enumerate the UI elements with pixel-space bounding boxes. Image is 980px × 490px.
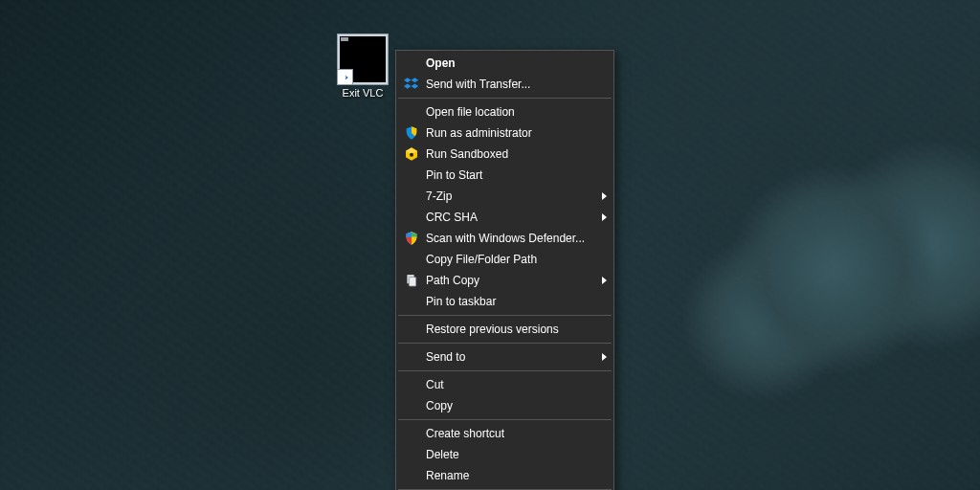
menu-item-label: Send to (426, 350, 465, 364)
menu-pin-to-taskbar[interactable]: Pin to taskbar (397, 291, 612, 312)
defender-shield-icon (402, 228, 421, 249)
menu-item-label: Rename (426, 469, 469, 482)
menu-path-copy[interactable]: Path Copy (397, 270, 612, 291)
menu-item-label: Pin to taskbar (426, 295, 496, 308)
menu-item-label: Open file location (426, 105, 515, 119)
menu-cut[interactable]: Cut (397, 374, 612, 395)
menu-rename[interactable]: Rename (397, 465, 612, 486)
menu-open[interactable]: Open (397, 53, 612, 74)
menu-item-label: 7-Zip (426, 189, 452, 203)
menu-separator (398, 98, 612, 99)
menu-item-label: Send with Transfer... (426, 78, 530, 91)
menu-item-label: Delete (426, 448, 459, 461)
context-menu: Open Send with Transfer... Open file loc… (395, 50, 614, 490)
path-copy-icon (402, 270, 421, 291)
menu-item-label: Create shortcut (426, 427, 504, 440)
menu-crc-sha[interactable]: CRC SHA (397, 207, 612, 228)
svg-point-0 (410, 153, 413, 157)
menu-copy-file-folder-path[interactable]: Copy File/Folder Path (397, 249, 612, 270)
svg-rect-2 (409, 278, 415, 286)
menu-item-label: Open (426, 56, 456, 70)
menu-item-label: Run Sandboxed (426, 147, 508, 161)
menu-7zip[interactable]: 7-Zip (397, 186, 612, 207)
menu-item-label: Copy File/Folder Path (426, 253, 537, 266)
menu-scan-defender[interactable]: Scan with Windows Defender... (397, 228, 612, 249)
menu-item-label: Restore previous versions (426, 323, 559, 336)
desktop[interactable]: Exit VLC Open Send with Transfer... Open… (0, 0, 980, 490)
menu-item-label: Copy (426, 399, 453, 412)
menu-item-label: Run as administrator (426, 126, 532, 140)
desktop-shortcut-exit-vlc[interactable]: Exit VLC (333, 33, 392, 99)
submenu-arrow-icon (602, 353, 607, 361)
menu-separator (398, 370, 612, 371)
submenu-arrow-icon (602, 277, 607, 284)
menu-pin-to-start[interactable]: Pin to Start (397, 165, 612, 186)
shortcut-icon (337, 33, 389, 85)
menu-create-shortcut[interactable]: Create shortcut (397, 423, 612, 444)
menu-item-label: Pin to Start (426, 168, 482, 182)
menu-open-file-location[interactable]: Open file location (397, 101, 612, 122)
shield-admin-icon (402, 122, 421, 144)
menu-delete[interactable]: Delete (397, 444, 612, 465)
menu-separator (398, 419, 612, 420)
menu-run-sandboxed[interactable]: Run Sandboxed (397, 144, 612, 165)
shortcut-label: Exit VLC (341, 87, 386, 99)
menu-item-label: Cut (426, 378, 444, 391)
menu-run-as-administrator[interactable]: Run as administrator (397, 122, 612, 144)
shortcut-overlay-arrow-icon (338, 69, 353, 84)
submenu-arrow-icon (602, 192, 607, 200)
menu-item-label: Path Copy (426, 274, 479, 287)
menu-send-with-transfer[interactable]: Send with Transfer... (397, 74, 612, 95)
dropbox-icon (402, 74, 421, 95)
menu-separator (398, 315, 612, 316)
menu-item-label: Scan with Windows Defender... (426, 232, 585, 245)
menu-separator (398, 343, 612, 344)
sandbox-icon (402, 144, 421, 165)
menu-item-label: CRC SHA (426, 211, 478, 224)
menu-send-to[interactable]: Send to (397, 346, 612, 368)
menu-restore-previous-versions[interactable]: Restore previous versions (397, 319, 612, 340)
menu-copy[interactable]: Copy (397, 395, 612, 416)
submenu-arrow-icon (602, 213, 607, 221)
